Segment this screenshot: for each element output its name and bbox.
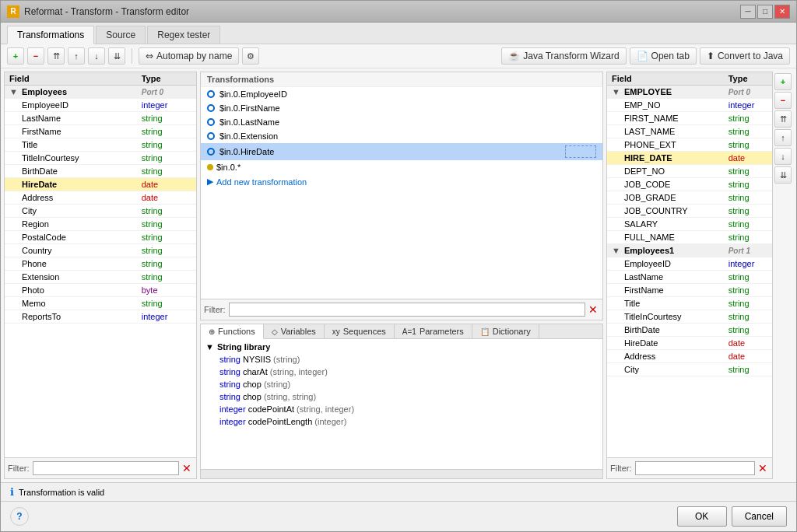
- field-name: LastName: [607, 271, 724, 284]
- add-transformation-button[interactable]: ▶ Add new transformation: [201, 174, 602, 189]
- tab-regex-tester[interactable]: Regex tester: [147, 26, 220, 44]
- right-scroll-area[interactable]: Field Type ▼ EMPLOYEE: [607, 72, 772, 457]
- right-filter-input[interactable]: [635, 461, 756, 475]
- move-down-button[interactable]: ↓: [88, 47, 105, 65]
- list-item[interactable]: $in.0.FirstName: [201, 101, 602, 115]
- transformations-scroll[interactable]: $in.0.EmployeeID $in.0.FirstName $in.0.L…: [201, 87, 602, 299]
- move-bottom-button[interactable]: ⇊: [108, 47, 125, 65]
- right-up-top-button[interactable]: ⇈: [774, 110, 792, 128]
- tab-sequences[interactable]: xy Sequences: [325, 324, 395, 338]
- list-item[interactable]: string chop (string, string): [201, 390, 602, 403]
- list-item[interactable]: $in.0.Extension: [201, 129, 602, 143]
- tab-parameters[interactable]: A=1 Parameters: [395, 324, 472, 338]
- field-type: string: [724, 178, 772, 191]
- right-down-bottom-button[interactable]: ⇊: [774, 166, 792, 184]
- ok-button[interactable]: OK: [677, 506, 727, 527]
- field-name: FIRST_NAME: [607, 112, 724, 125]
- table-row: Address date: [607, 350, 772, 363]
- table-row: EmployeeID integer: [5, 99, 196, 112]
- list-item[interactable]: integer codePointLength (integer): [201, 415, 602, 428]
- maximize-button[interactable]: □: [757, 5, 773, 19]
- dot-yellow: [207, 164, 213, 170]
- field-type: integer: [724, 99, 772, 112]
- field-name: City: [607, 363, 724, 376]
- list-item[interactable]: $in.0.HireDate: [201, 143, 602, 160]
- tab-bar: Transformations Source Regex tester: [1, 23, 796, 44]
- convert-java-button[interactable]: ⬆ Convert to Java: [700, 47, 790, 65]
- field-type: string: [137, 297, 196, 310]
- trans-editor-box: [565, 145, 596, 158]
- right-down-button[interactable]: ↓: [774, 148, 792, 165]
- title-bar-left: R Reformat - Transform - Transform edito…: [7, 5, 189, 18]
- help-button[interactable]: ?: [10, 507, 29, 526]
- field-name: Memo: [5, 297, 137, 310]
- cancel-button[interactable]: Cancel: [732, 506, 787, 527]
- status-bar: ℹ Transformation is valid: [1, 482, 796, 501]
- middle-filter-label: Filter:: [204, 305, 226, 314]
- group-port: Port 0: [724, 86, 772, 99]
- open-tab-button[interactable]: 📄 Open tab: [630, 47, 697, 65]
- list-item[interactable]: string charAt (string, integer): [201, 366, 602, 378]
- bottom-tabs: ⊕ Functions ◇ Variables xy Sequences A=1…: [201, 324, 602, 339]
- field-type: string: [137, 125, 196, 138]
- left-filter-row: Filter: ✕: [5, 457, 196, 478]
- add-trans-label: Add new transformation: [216, 177, 307, 187]
- table-row: Country string: [5, 244, 196, 257]
- variables-tab-icon: ◇: [272, 327, 278, 336]
- table-row: ▼ Employees1 Port 1: [607, 244, 772, 257]
- tab-transformations[interactable]: Transformations: [7, 26, 94, 44]
- right-remove-button[interactable]: −: [774, 92, 792, 109]
- trans-label: $in.0.HireDate: [219, 147, 274, 156]
- field-type: string: [724, 324, 772, 337]
- table-row: Title string: [5, 138, 196, 152]
- java-wizard-button[interactable]: ☕ Java Transform Wizard: [501, 47, 626, 65]
- remove-button[interactable]: −: [27, 47, 44, 65]
- add-button[interactable]: +: [7, 47, 24, 65]
- list-item[interactable]: $in.0.*: [201, 160, 602, 174]
- func-return-type: string: [219, 380, 241, 389]
- list-item[interactable]: $in.0.EmployeeID: [201, 87, 602, 101]
- list-item[interactable]: string chop (string): [201, 378, 602, 390]
- field-name: PostalCode: [5, 231, 137, 244]
- tab-source[interactable]: Source: [96, 26, 146, 44]
- title-buttons: ─ □ ✕: [740, 5, 790, 19]
- middle-filter-input[interactable]: [229, 303, 586, 317]
- field-type: string: [137, 218, 196, 231]
- content-area: Field Type ▼ Employees Port 0: [1, 68, 796, 482]
- table-row: BirthDate string: [607, 324, 772, 337]
- middle-filter-clear[interactable]: ✕: [587, 303, 599, 316]
- functions-content[interactable]: ▼ String library string NYSIIS (string) …: [201, 339, 602, 469]
- table-row[interactable]: HireDate date: [5, 178, 196, 191]
- move-top-button[interactable]: ⇈: [47, 47, 65, 65]
- list-item[interactable]: $in.0.LastName: [201, 115, 602, 129]
- left-scroll-area[interactable]: Field Type ▼ Employees Port 0: [5, 72, 196, 457]
- left-filter-label: Filter:: [8, 464, 30, 473]
- automap-button[interactable]: ⇔ Automap by name: [139, 47, 239, 65]
- close-button[interactable]: ✕: [774, 5, 790, 19]
- horizontal-scrollbar[interactable]: [201, 469, 602, 478]
- table-row: ▼ Employees Port 0: [5, 86, 196, 99]
- left-filter-clear[interactable]: ✕: [181, 462, 193, 474]
- dictionary-tab-icon: 📋: [480, 327, 490, 336]
- right-up-button[interactable]: ↑: [774, 129, 792, 146]
- right-filter-clear[interactable]: ✕: [757, 462, 769, 474]
- trans-label: $in.0.FirstName: [219, 103, 280, 113]
- function-group[interactable]: ▼ String library: [201, 341, 602, 353]
- field-name: EmployeeID: [5, 99, 137, 112]
- field-name: Title: [5, 138, 137, 152]
- right-add-button[interactable]: +: [774, 73, 792, 90]
- move-up-button[interactable]: ↑: [68, 47, 85, 65]
- left-filter-input[interactable]: [33, 461, 180, 475]
- minimize-button[interactable]: ─: [740, 5, 756, 19]
- tab-variables[interactable]: ◇ Variables: [264, 324, 325, 338]
- list-item[interactable]: string NYSIIS (string): [201, 353, 602, 366]
- tab-dictionary[interactable]: 📋 Dictionary: [472, 324, 539, 338]
- field-name: JOB_CODE: [607, 178, 724, 191]
- settings-button[interactable]: ⚙: [242, 47, 259, 65]
- list-item[interactable]: integer codePointAt (string, integer): [201, 403, 602, 415]
- table-row: PostalCode string: [5, 231, 196, 244]
- field-name: FirstName: [607, 284, 724, 297]
- table-row[interactable]: HIRE_DATE date: [607, 152, 772, 165]
- field-type: string: [724, 191, 772, 205]
- tab-functions[interactable]: ⊕ Functions: [201, 324, 264, 339]
